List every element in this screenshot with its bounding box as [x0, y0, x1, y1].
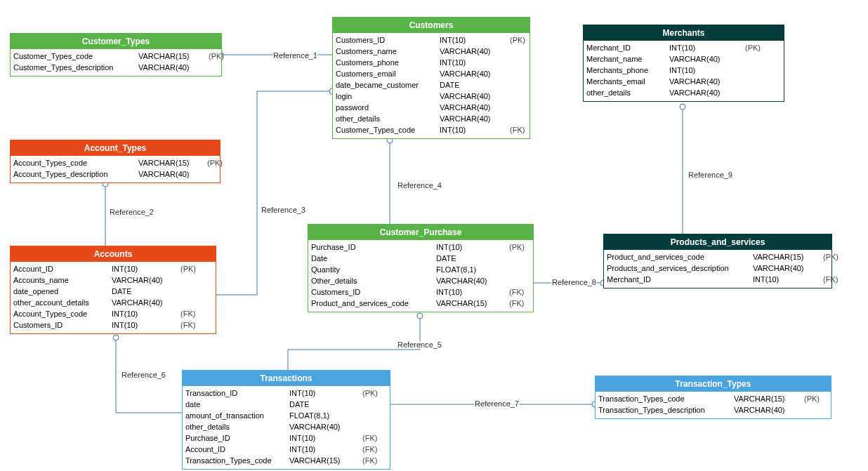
col-key: [175, 297, 180, 308]
col-key: [504, 253, 509, 264]
col-key: (PK): [504, 241, 525, 253]
col-name: Customer_Types_code: [336, 124, 434, 135]
col-type: VARCHAR(15): [133, 157, 202, 168]
col-type: VARCHAR(15): [430, 298, 504, 309]
table-row: Products_and_services_descriptionVARCHAR…: [607, 263, 829, 274]
table-row: Customers_nameVARCHAR(40): [336, 46, 527, 57]
col-key: [739, 87, 745, 98]
table-row: Merchant_nameVARCHAR(40): [586, 53, 781, 65]
table-body: Customer_Types_codeVARCHAR(15)(PK)Custom…: [11, 49, 221, 76]
reference-label: Reference_9: [688, 171, 733, 179]
col-type: VARCHAR(40): [664, 53, 739, 65]
col-key: [739, 65, 745, 76]
col-type: INT(10): [284, 444, 357, 455]
table-row: amount_of_transactionFLOAT(8,1): [185, 410, 387, 421]
table-body: Customers_IDINT(10)(PK)Customers_nameVAR…: [333, 33, 530, 138]
table-row: other_detailsVARCHAR(40): [586, 87, 781, 98]
table-row: dateDATE: [185, 399, 387, 410]
table-body: Product_and_services_codeVARCHAR(15)(PK)…: [604, 250, 831, 288]
col-type: INT(10): [106, 319, 175, 331]
col-type: INT(10): [434, 124, 504, 135]
table-title: Customer_Purchase: [308, 225, 533, 240]
table-row: Account_Types_codeINT(10)(FK): [13, 308, 213, 319]
col-name: Merchant_ID: [607, 274, 747, 285]
col-type: DATE: [106, 286, 175, 297]
col-key: (PK): [798, 393, 820, 404]
table-title: Transaction_Types: [596, 376, 831, 392]
col-key: [504, 275, 509, 286]
col-type: VARCHAR(40): [133, 62, 203, 73]
table-title: Customers: [333, 18, 530, 33]
col-type: FLOAT(8,1): [284, 410, 357, 421]
col-name: Purchase_ID: [311, 241, 430, 253]
table-title: Account_Types: [11, 140, 220, 156]
table-row: Customer_Types_descriptionVARCHAR(40): [13, 62, 218, 73]
col-name: Products_and_services_description: [607, 263, 747, 274]
table-body: Purchase_IDINT(10)(PK)DateDATEQuantityFL…: [308, 240, 533, 312]
table-title: Products_and_services: [604, 234, 831, 250]
table-title: Transactions: [183, 371, 390, 386]
reference-label: Reference_6: [121, 371, 166, 379]
col-type: VARCHAR(40): [430, 275, 504, 286]
table-body: Account_Types_codeVARCHAR(15)(PK)Account…: [11, 156, 220, 183]
table-row: passwordVARCHAR(40): [336, 102, 527, 113]
table-row: Customers_IDINT(10)(FK): [13, 319, 213, 331]
table-row: Purchase_IDINT(10)(FK): [185, 432, 387, 444]
col-key: [203, 62, 209, 73]
col-name: Transaction_Types_code: [598, 393, 728, 404]
col-key: [504, 102, 510, 113]
table-account_types: Account_TypesAccount_Types_codeVARCHAR(1…: [10, 140, 221, 183]
col-type: DATE: [430, 253, 504, 264]
table-row: Merchant_IDINT(10)(FK): [607, 274, 829, 285]
col-key: (FK): [357, 432, 377, 444]
col-key: [504, 46, 510, 57]
col-name: other_details: [336, 113, 434, 124]
col-type: FLOAT(8,1): [430, 264, 504, 275]
col-name: Customers_ID: [311, 286, 430, 298]
col-key: (FK): [357, 444, 377, 455]
table-row: Account_IDINT(10)(PK): [13, 263, 213, 274]
col-name: Customers_ID: [13, 319, 106, 331]
table-transaction_types: Transaction_TypesTransaction_Types_codeV…: [595, 376, 831, 419]
col-key: (PK): [504, 34, 525, 46]
col-name: Product_and_services_code: [311, 298, 430, 309]
col-name: date_opened: [13, 286, 106, 297]
table-row: Account_Types_codeVARCHAR(15)(PK): [13, 157, 217, 168]
col-type: VARCHAR(40): [106, 297, 175, 308]
table-merchants: MerchantsMerchant_IDINT(10)(PK)Merchant_…: [583, 25, 784, 102]
reference-label: Reference_8: [551, 278, 597, 286]
col-name: Customers_phone: [336, 57, 434, 68]
table-row: Accounts_nameVARCHAR(40): [13, 274, 213, 286]
table-row: Customers_IDINT(10)(PK): [336, 34, 527, 46]
col-key: [504, 264, 509, 275]
col-type: VARCHAR(15): [284, 455, 357, 466]
col-key: (PK): [202, 157, 223, 168]
col-type: VARCHAR(40): [434, 46, 504, 57]
col-name: Account_ID: [185, 444, 284, 455]
table-title: Merchants: [584, 25, 784, 41]
col-key: (FK): [175, 308, 195, 319]
col-name: Quantity: [311, 264, 430, 275]
table-row: Customers_IDINT(10)(FK): [311, 286, 530, 298]
table-body: Account_IDINT(10)(PK)Accounts_nameVARCHA…: [11, 262, 216, 333]
col-name: Transaction_Types_description: [598, 404, 728, 416]
table-row: date_became_customerDATE: [336, 79, 527, 91]
col-type: DATE: [434, 79, 504, 91]
col-type: INT(10): [106, 308, 175, 319]
col-key: [175, 274, 180, 286]
col-type: VARCHAR(40): [434, 68, 504, 79]
col-type: INT(10): [106, 263, 175, 274]
table-row: Other_detailsVARCHAR(40): [311, 275, 530, 286]
col-type: VARCHAR(40): [728, 404, 798, 416]
col-key: [504, 57, 510, 68]
table-row: Purchase_IDINT(10)(PK): [311, 241, 530, 253]
reference-label: Reference_4: [397, 181, 442, 190]
table-transactions: TransactionsTransaction_IDINT(10)(PK)dat…: [182, 370, 390, 470]
col-type: VARCHAR(40): [664, 76, 739, 87]
col-type: VARCHAR(15): [747, 251, 817, 263]
col-name: other_account_details: [13, 297, 106, 308]
table-row: date_openedDATE: [13, 286, 213, 297]
col-key: (PK): [203, 51, 224, 62]
col-name: Merchant_name: [586, 53, 664, 65]
col-type: VARCHAR(40): [434, 102, 504, 113]
